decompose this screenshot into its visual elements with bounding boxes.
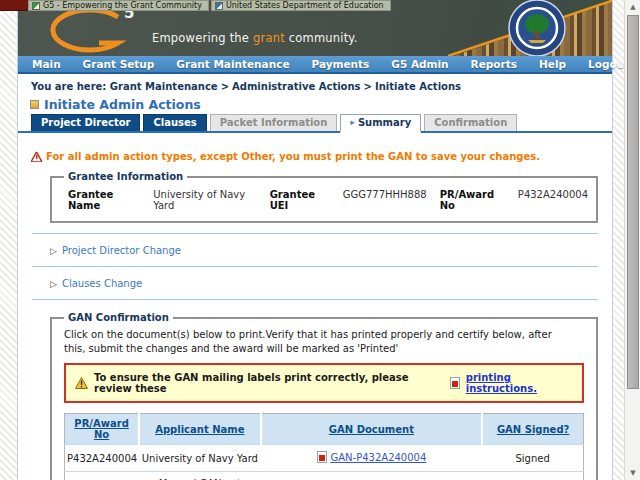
- grantee-information-section: Grantee Information Grantee Name Univers…: [50, 171, 598, 223]
- section-project-director-change[interactable]: ▷ Project Director Change: [50, 245, 612, 256]
- printing-alert-text: To ensure the GAN mailing labels print c…: [94, 372, 444, 394]
- column-header-gan-signed[interactable]: GAN Signed?: [497, 424, 569, 435]
- nav-item-grant-maintenance[interactable]: Grant Maintenance: [176, 58, 289, 70]
- table-row: Merged GAN not available N/A: [65, 472, 584, 480]
- tab-summary[interactable]: ▸ Summary: [340, 114, 421, 133]
- nav-item-grant-setup[interactable]: Grant Setup: [83, 58, 155, 70]
- collapsed-arrow-icon: ▷: [50, 246, 57, 256]
- page-title-icon: [30, 100, 39, 109]
- tab-confirmation: Confirmation: [424, 114, 517, 131]
- tab-clauses[interactable]: Clauses: [143, 114, 206, 131]
- grantee-name-value: University of Navy Yard: [153, 189, 256, 211]
- scrollbar-thumb[interactable]: [627, 15, 639, 389]
- section-project-director-change-label: Project Director Change: [62, 245, 181, 256]
- cell-gan-document: GAN-P432A240004: [261, 445, 483, 472]
- gan-document-link[interactable]: GAN-P432A240004: [331, 452, 427, 463]
- current-tab-icon: ▸: [350, 118, 355, 127]
- collapsed-arrow-icon: ▷: [50, 279, 57, 289]
- nav-item-help[interactable]: Help: [539, 58, 566, 70]
- window-tab-g5[interactable]: G5 - Empowering the Grant Community: [28, 0, 209, 11]
- nav-item-reports[interactable]: Reports: [471, 58, 517, 70]
- vertical-scrollbar[interactable]: ▲ ▼: [624, 0, 640, 480]
- nav-item-logout[interactable]: Logout: [588, 58, 629, 70]
- cell-applicant-name: University of Navy Yard: [139, 445, 260, 472]
- scroll-up-icon[interactable]: ▲: [625, 0, 640, 14]
- cell-gan-signed: [482, 472, 583, 480]
- grantee-uei-value: GGG777HHH888: [343, 189, 427, 200]
- cell-award-no: P432A240004: [65, 445, 140, 472]
- table-header-row: PR/Award No Applicant Name GAN Document …: [65, 414, 584, 445]
- cell-gan-signed: Signed: [482, 445, 583, 472]
- breadcrumb-item-initiate-actions[interactable]: Initiate Actions: [375, 81, 461, 92]
- warning-triangle-icon: [31, 152, 42, 162]
- tab-project-director[interactable]: Project Director: [31, 114, 140, 131]
- warning-text: For all admin action types, except Other…: [46, 151, 540, 162]
- section-clauses-change-label: Clauses Change: [62, 278, 142, 289]
- ed-favicon-icon: [215, 2, 223, 10]
- grantee-information-legend: Grantee Information: [64, 171, 187, 182]
- gan-confirmation-legend: GAN Confirmation: [64, 312, 173, 323]
- printing-alert: To ensure the GAN mailing labels print c…: [64, 363, 584, 403]
- divider: [32, 266, 598, 267]
- printing-instructions-link[interactable]: printing instructions.: [466, 372, 573, 394]
- g5-favicon-icon: [32, 2, 40, 10]
- breadcrumb-item-grant-maintenance[interactable]: Grant Maintenance: [110, 81, 218, 92]
- window-tab-ed[interactable]: United States Department of Education: [211, 0, 391, 11]
- gan-document-table: PR/Award No Applicant Name GAN Document …: [64, 413, 584, 480]
- cell-gan-document: N/A: [261, 472, 483, 480]
- g5-logo: [44, 6, 129, 54]
- cell-applicant-name: Merged GAN not available: [139, 472, 260, 480]
- breadcrumb-separator: >: [361, 81, 375, 92]
- breadcrumb: You are here: Grant Maintenance>Administ…: [18, 74, 612, 92]
- page-title: Initiate Admin Actions: [44, 97, 201, 112]
- gan-print-warning: For all admin action types, except Other…: [31, 151, 612, 162]
- window-corner-fragment: [0, 0, 28, 11]
- pr-award-no-value: P432A240004: [518, 189, 588, 200]
- tab-packet-information: Packet Information: [210, 114, 338, 131]
- department-of-education-seal: [508, 0, 566, 56]
- divider: [32, 233, 598, 234]
- grantee-uei-label: Grantee UEI: [270, 189, 330, 211]
- breadcrumb-label: You are here:: [31, 81, 106, 92]
- scroll-down-icon[interactable]: ▼: [625, 466, 640, 480]
- pr-award-no-label: PR/Award No: [440, 189, 505, 211]
- gan-confirmation-section: GAN Confirmation Click on the document(s…: [50, 312, 598, 480]
- section-clauses-change[interactable]: ▷ Clauses Change: [50, 278, 612, 289]
- column-header-applicant-name[interactable]: Applicant Name: [155, 424, 244, 435]
- window-tab-bar: G5 - Empowering the Grant Community Unit…: [28, 0, 391, 11]
- pdf-icon: [450, 377, 460, 389]
- tab-bar: Project Director Clauses Packet Informat…: [18, 115, 612, 133]
- nav-item-g5-admin[interactable]: G5 Admin: [391, 58, 448, 70]
- cell-award-no: [65, 472, 140, 480]
- window-tab-label: United States Department of Education: [226, 1, 384, 10]
- column-header-gan-document[interactable]: GAN Document: [329, 424, 414, 435]
- gan-instructions: Click on the document(s) below to print.…: [64, 328, 564, 355]
- breadcrumb-item-administrative-actions[interactable]: Administrative Actions: [232, 81, 361, 92]
- nav-item-main[interactable]: Main: [32, 58, 61, 70]
- main-nav: Main Grant Setup Grant Maintenance Payme…: [18, 56, 612, 74]
- breadcrumb-separator: >: [218, 81, 232, 92]
- window-tab-label: G5 - Empowering the Grant Community: [43, 1, 202, 10]
- pdf-icon[interactable]: [317, 451, 327, 463]
- nav-item-payments[interactable]: Payments: [312, 58, 370, 70]
- column-header-pr-award-no[interactable]: PR/Award No: [74, 418, 129, 440]
- alert-triangle-icon: [75, 377, 88, 389]
- tagline: Empowering the grant community.: [152, 31, 358, 45]
- grantee-name-label: Grantee Name: [68, 189, 140, 211]
- table-row: P432A240004 University of Navy Yard GAN-…: [65, 445, 584, 472]
- divider: [32, 299, 598, 300]
- tab-summary-label: Summary: [358, 117, 411, 128]
- app-window: 5 Empowering the grant community. Main G…: [17, 0, 613, 480]
